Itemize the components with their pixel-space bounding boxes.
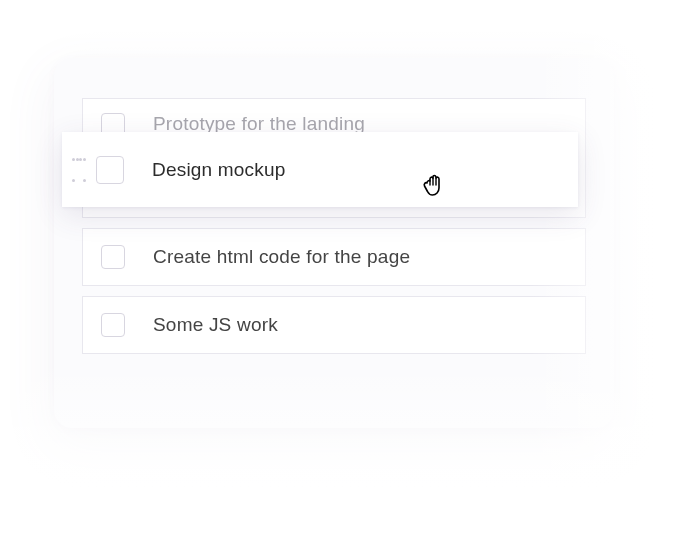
task-label: Some JS work	[153, 314, 278, 336]
tasks-panel: Prototype for the landing Create html co…	[54, 58, 614, 428]
drag-handle-icon[interactable]	[72, 158, 86, 182]
task-label: Design mockup	[152, 159, 286, 181]
task-item[interactable]: Create html code for the page	[82, 228, 586, 286]
task-label: Create html code for the page	[153, 246, 410, 268]
checkbox[interactable]	[96, 156, 124, 184]
task-item[interactable]: Some JS work	[82, 296, 586, 354]
checkbox[interactable]	[101, 245, 125, 269]
task-item-dragging[interactable]: Design mockup	[62, 132, 578, 207]
checkbox[interactable]	[101, 313, 125, 337]
